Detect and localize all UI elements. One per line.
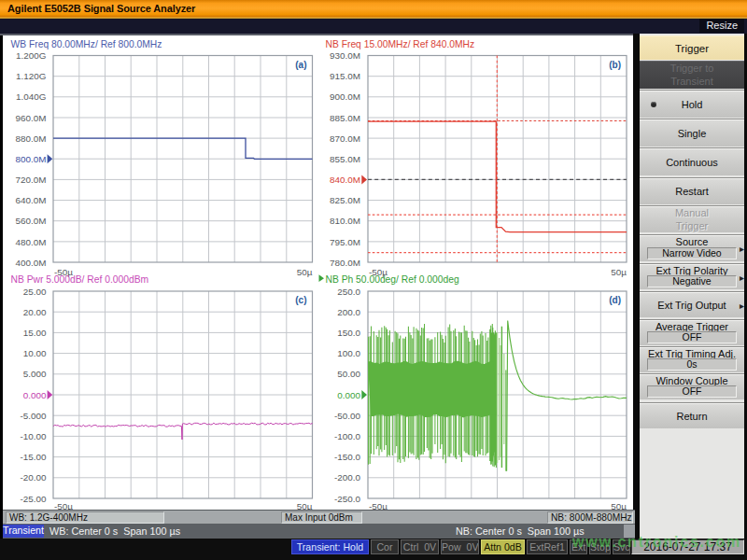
svg-text:50µ: 50µ — [297, 267, 313, 277]
svg-text:840.0M: 840.0M — [330, 175, 360, 185]
svg-text:900.0M: 900.0M — [330, 91, 360, 102]
svg-text:25.00: 25.00 — [23, 287, 47, 297]
svg-text:0.000: 0.000 — [23, 390, 47, 400]
svg-text:100.0: 100.0 — [337, 348, 360, 358]
svg-text:870.0M: 870.0M — [330, 133, 360, 144]
svg-text:1.040G: 1.040G — [16, 91, 46, 102]
svg-text:NB Ph 50.00deg/ Ref 0.000deg: NB Ph 50.00deg/ Ref 0.000deg — [326, 274, 459, 285]
svg-text:-50µ: -50µ — [369, 501, 388, 511]
svg-text:5.000: 5.000 — [23, 369, 47, 379]
svg-text:(b): (b) — [609, 60, 621, 70]
svg-text:885.0M: 885.0M — [330, 113, 360, 123]
svg-text:960.0M: 960.0M — [16, 113, 47, 123]
svg-text:10.00: 10.00 — [23, 348, 47, 358]
svg-text:810.0M: 810.0M — [330, 216, 360, 226]
svg-text:50µ: 50µ — [611, 501, 627, 511]
svg-text:795.0M: 795.0M — [330, 237, 360, 247]
svg-text:1.200G: 1.200G — [16, 50, 46, 61]
svg-text:-15.00: -15.00 — [20, 452, 47, 462]
svg-text:1.120G: 1.120G — [16, 71, 46, 81]
svg-text:-250.0: -250.0 — [334, 494, 361, 504]
svg-text:(d): (d) — [609, 295, 621, 305]
svg-text:-100.0: -100.0 — [334, 431, 361, 441]
svg-text:855.0M: 855.0M — [330, 154, 360, 164]
svg-text:50.00: 50.00 — [337, 369, 360, 379]
svg-text:800.0M: 800.0M — [16, 154, 47, 164]
svg-text:-20.00: -20.00 — [20, 472, 47, 483]
svg-text:200.0: 200.0 — [337, 307, 360, 317]
svg-text:400.0M: 400.0M — [16, 258, 47, 268]
svg-text:930.0M: 930.0M — [330, 50, 360, 61]
svg-text:250.0: 250.0 — [337, 287, 360, 297]
svg-text:(a): (a) — [295, 60, 306, 70]
svg-text:480.0M: 480.0M — [16, 237, 47, 247]
svg-text:WB Freq 80.00MHz/ Ref 800.0MHz: WB Freq 80.00MHz/ Ref 800.0MHz — [11, 39, 162, 49]
svg-text:NB Freq 15.00MHz/ Ref 840.0MHz: NB Freq 15.00MHz/ Ref 840.0MHz — [326, 39, 475, 49]
svg-text:640.0M: 640.0M — [16, 195, 47, 205]
svg-text:825.0M: 825.0M — [330, 195, 360, 205]
svg-text:-50µ: -50µ — [54, 501, 73, 511]
svg-text:720.0M: 720.0M — [16, 175, 47, 185]
svg-text:-25.00: -25.00 — [20, 494, 47, 504]
svg-text:150.0: 150.0 — [337, 328, 360, 338]
svg-text:20.00: 20.00 — [23, 307, 47, 317]
svg-text:-200.0: -200.0 — [334, 472, 361, 483]
svg-text:915.0M: 915.0M — [330, 71, 360, 81]
svg-text:-50.00: -50.00 — [334, 411, 361, 421]
svg-text:(c): (c) — [295, 295, 306, 305]
svg-text:NB Pwr 5.000dB/ Ref 0.000dBm: NB Pwr 5.000dB/ Ref 0.000dBm — [11, 274, 149, 285]
svg-text:-10.00: -10.00 — [20, 431, 47, 441]
svg-text:780.0M: 780.0M — [330, 258, 360, 268]
svg-text:15.00: 15.00 — [23, 328, 47, 338]
svg-text:-150.0: -150.0 — [334, 452, 361, 462]
svg-text:0.000: 0.000 — [337, 390, 360, 400]
svg-text:560.0M: 560.0M — [16, 216, 47, 226]
svg-text:50µ: 50µ — [297, 501, 313, 511]
svg-text:880.0M: 880.0M — [16, 133, 47, 144]
svg-text:-5.000: -5.000 — [20, 411, 47, 421]
svg-text:50µ: 50µ — [611, 267, 627, 277]
